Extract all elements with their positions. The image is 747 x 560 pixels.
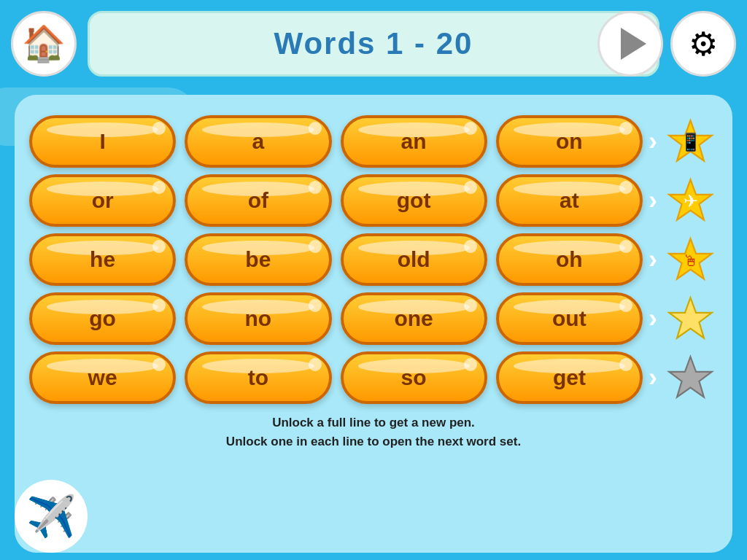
word-button-get[interactable]: get: [496, 351, 643, 404]
play-icon: [621, 28, 646, 60]
row-arrow-3: ›: [649, 246, 657, 273]
star-icon-3: 🖱: [667, 236, 714, 284]
home-icon: 🏠: [22, 23, 66, 64]
word-row-5: we to so get ›: [29, 351, 718, 404]
row-arrow-2: ›: [649, 187, 657, 214]
word-button-so[interactable]: so: [341, 351, 487, 404]
word-button-oh[interactable]: oh: [496, 233, 643, 286]
word-button-an[interactable]: an: [341, 115, 487, 168]
word-button-we[interactable]: we: [29, 351, 176, 404]
word-row-3: he be old oh › 🖱: [29, 233, 718, 286]
word-group-3: he be old oh: [29, 233, 643, 286]
svg-text:📱: 📱: [680, 131, 702, 152]
word-button-no[interactable]: no: [185, 292, 331, 345]
page-title: Words 1 - 20: [274, 26, 473, 61]
svg-marker-7: [669, 357, 712, 397]
word-button-be[interactable]: be: [185, 233, 331, 286]
star-reward-5: [663, 354, 718, 402]
star-icon-2: ✈: [667, 177, 714, 225]
home-button[interactable]: 🏠: [11, 11, 77, 77]
star-reward-4: [663, 295, 718, 343]
word-button-on[interactable]: on: [496, 115, 643, 168]
character-avatar: ✈️: [15, 480, 88, 553]
star-icon-5: [667, 354, 714, 402]
word-button-one[interactable]: one: [341, 292, 487, 345]
star-reward-2: ✈: [663, 177, 718, 225]
star-icon-1: 📱: [667, 118, 714, 166]
header-bar: Words 1 - 20: [88, 11, 659, 77]
word-button-to[interactable]: to: [185, 351, 331, 404]
word-group-2: or of got at: [29, 174, 643, 227]
star-reward-1: 📱: [663, 118, 718, 166]
row-arrow-4: ›: [649, 306, 657, 332]
word-group-1: I a an on: [29, 115, 643, 168]
word-button-go[interactable]: go: [29, 292, 176, 345]
svg-text:✈: ✈: [684, 191, 698, 211]
word-button-at[interactable]: at: [496, 174, 643, 227]
star-icon-4: [667, 295, 714, 343]
word-group-5: we to so get: [29, 351, 643, 404]
instructions: Unlock a full line to get a new pen. Unl…: [29, 410, 718, 454]
word-button-or[interactable]: or: [29, 174, 176, 227]
row-arrow-5: ›: [649, 365, 657, 391]
svg-marker-6: [669, 298, 712, 338]
word-button-out[interactable]: out: [496, 292, 643, 345]
character-icon: ✈️: [26, 493, 77, 540]
word-button-got[interactable]: got: [341, 174, 487, 227]
word-button-he[interactable]: he: [29, 233, 176, 286]
star-reward-3: 🖱: [663, 236, 718, 284]
word-button-of[interactable]: of: [185, 174, 331, 227]
settings-button[interactable]: ⚙: [670, 11, 736, 77]
instruction-line-1: Unlock a full line to get a new pen.: [29, 413, 718, 432]
word-button-a[interactable]: a: [185, 115, 331, 168]
instruction-line-2: Unlock one in each line to open the next…: [29, 432, 718, 451]
word-row-1: I a an on › 📱: [29, 115, 718, 168]
word-group-4: go no one out: [29, 292, 643, 345]
svg-text:🖱: 🖱: [683, 252, 699, 270]
play-button[interactable]: [597, 11, 663, 77]
word-button-I[interactable]: I: [29, 115, 176, 168]
row-arrow-1: ›: [649, 128, 657, 155]
main-content: I a an on › 📱 or of got at ›: [15, 95, 732, 553]
word-row-2: or of got at › ✈: [29, 174, 718, 227]
word-button-old[interactable]: old: [341, 233, 487, 286]
word-row-4: go no one out ›: [29, 292, 718, 345]
gear-icon: ⚙: [689, 25, 718, 63]
